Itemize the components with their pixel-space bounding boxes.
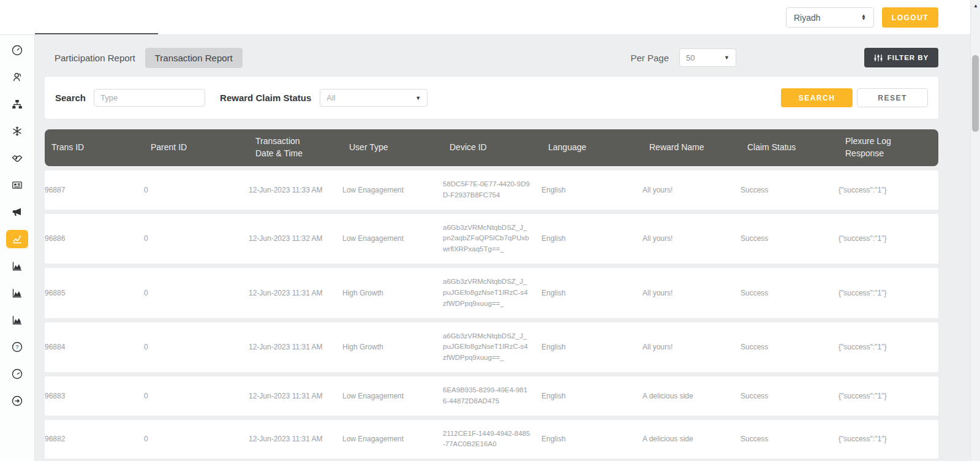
cell-datetime: 12-Jun-2023 11:31 AM: [249, 433, 342, 444]
chevron-down-icon: ▼: [724, 55, 729, 61]
sidebar-item-snowflake[interactable]: [6, 122, 28, 140]
search-input[interactable]: [94, 89, 205, 107]
cell-reward: A delicious side: [643, 433, 741, 444]
column-header: Language: [548, 142, 649, 154]
cell-device-id: a6Gb3zVRMcNtqbDSZ_J_puJGEfo8gzNseT1IRzC-…: [443, 331, 541, 364]
tab-transaction-report[interactable]: Transaction Report: [145, 48, 243, 68]
sidebar-item-help[interactable]: ?: [6, 338, 28, 356]
per-page-select[interactable]: 50 ▼: [679, 48, 736, 67]
sidebar-item-area-report-2[interactable]: [6, 284, 28, 302]
reward-claim-status-select[interactable]: All ▼: [320, 89, 428, 107]
scroll-up-arrow-icon[interactable]: ▲: [971, 3, 980, 9]
cell-device-id: a6Gb3zVRMcNtqbDSZ_J_puJGEfo8gzNseT1IRzC-…: [443, 276, 541, 309]
filter-by-label: FILTER BY: [888, 54, 929, 61]
area-chart-icon: [11, 287, 23, 299]
table-row[interactable]: 96885012-Jun-2023 11:31 AMHigh Growtha6G…: [45, 268, 938, 318]
filter-by-button[interactable]: FILTER BY: [864, 48, 938, 67]
cell-user-type: Low Enagagement: [342, 233, 443, 244]
search-label: Search: [55, 93, 86, 103]
news-icon: [11, 179, 23, 191]
handshake-icon: [11, 152, 23, 164]
cell-log: {"success":"1"}: [839, 391, 938, 402]
reward-claim-status-label: Reward Claim Status: [220, 93, 311, 103]
cell-datetime: 12-Jun-2023 11:31 AM: [249, 288, 342, 299]
area-chart-icon: [11, 260, 23, 272]
cell-parent-id: 0: [144, 341, 249, 352]
city-select[interactable]: Riyadh ▲▼: [786, 7, 874, 28]
vertical-scrollbar[interactable]: ▲: [970, 0, 980, 461]
sidebar-item-megaphone[interactable]: [6, 203, 28, 221]
per-page-value: 50: [686, 53, 695, 63]
cell-user-type: High Growth: [342, 288, 443, 299]
report-toolbar: Participation Report Transaction Report …: [45, 47, 938, 68]
cell-reward: All yours!: [643, 341, 741, 352]
cell-parent-id: 0: [144, 233, 249, 244]
chevron-down-icon: ▼: [415, 95, 421, 101]
table-body: 96887012-Jun-2023 11:33 AMLow Enagagemen…: [45, 170, 938, 461]
cell-language: English: [541, 433, 643, 444]
cell-parent-id: 0: [144, 433, 249, 444]
table-row[interactable]: 96883012-Jun-2023 11:31 AMLow Enagagemen…: [45, 376, 938, 416]
column-header: Device ID: [450, 142, 548, 154]
cell-user-type: Low Enagagement: [342, 433, 443, 444]
cell-device-id: 58DC5F7E-0E77-4420-9D9D-F2937B8FC754: [443, 179, 541, 201]
cell-status: Success: [741, 391, 839, 402]
city-select-value: Riyadh: [794, 13, 821, 23]
area-chart-icon: [11, 314, 23, 326]
sidebar-item-reports-active[interactable]: [6, 230, 28, 248]
reset-button[interactable]: RESET: [857, 88, 928, 107]
cell-trans-id: 96886: [45, 233, 144, 244]
main-content: Participation Report Transaction Report …: [45, 35, 938, 461]
cell-trans-id: 96882: [45, 433, 144, 444]
cell-device-id: 2112CE1F-1449-4942-8485-77AC0B2E16A0: [443, 429, 541, 451]
cell-status: Success: [741, 433, 839, 444]
reward-claim-status-value: All: [326, 93, 335, 102]
tab-participation-report[interactable]: Participation Report: [45, 48, 145, 68]
column-header: Parent ID: [151, 142, 255, 154]
cell-status: Success: [741, 185, 839, 196]
table-row[interactable]: 96884012-Jun-2023 11:31 AMHigh Growtha6G…: [45, 322, 938, 372]
sidebar-item-users[interactable]: [6, 68, 28, 86]
per-page-group: Per Page 50 ▼: [630, 48, 736, 67]
logout-button[interactable]: LOGOUT: [882, 7, 938, 28]
search-button[interactable]: SEARCH: [781, 88, 853, 107]
cell-status: Success: [741, 288, 839, 299]
sidebar-item-area-report-1[interactable]: [6, 257, 28, 275]
sidebar-item-exit[interactable]: [6, 392, 28, 410]
cell-reward: All yours!: [643, 233, 741, 244]
column-header: Claim Status: [747, 142, 845, 154]
svg-text:?: ?: [15, 343, 18, 350]
cell-reward: A delicious side: [643, 391, 741, 402]
cell-parent-id: 0: [144, 391, 249, 402]
cell-status: Success: [741, 341, 839, 352]
sidebar-item-area-report-3[interactable]: [6, 311, 28, 329]
table-header: Trans IDParent IDTransaction Date & Time…: [45, 129, 938, 166]
table-row[interactable]: 96886012-Jun-2023 11:32 AMLow Enagagemen…: [45, 214, 938, 264]
cell-log: {"success":"1"}: [839, 341, 938, 352]
sidebar-item-news[interactable]: [6, 176, 28, 194]
scrollbar-thumb[interactable]: [972, 55, 979, 132]
arrow-circle-icon: [11, 395, 23, 407]
table-row[interactable]: 96887012-Jun-2023 11:33 AMLow Enagagemen…: [45, 170, 938, 210]
snowflake-icon: [11, 125, 23, 137]
column-header: Reward Name: [649, 142, 747, 154]
cell-language: English: [541, 288, 643, 299]
cell-datetime: 12-Jun-2023 11:33 AM: [249, 185, 342, 196]
sidebar-item-dashboard[interactable]: [6, 41, 28, 59]
sidebar-item-hierarchy[interactable]: [6, 95, 28, 113]
table-row[interactable]: 96882012-Jun-2023 11:31 AMLow Enagagemen…: [45, 420, 938, 459]
column-header: Trans ID: [51, 142, 151, 154]
cell-datetime: 12-Jun-2023 11:32 AM: [249, 233, 342, 244]
cell-device-id: a6Gb3zVRMcNtqbDSZ_J_pn2aqbZFaQP5ICb7qPUx…: [443, 223, 541, 255]
speedometer-icon: [11, 368, 23, 380]
megaphone-icon: [11, 206, 23, 218]
per-page-label: Per Page: [630, 53, 669, 63]
cell-datetime: 12-Jun-2023 11:31 AM: [249, 341, 342, 352]
active-section-underline: [35, 33, 158, 34]
gauge-icon: [11, 44, 23, 56]
sidebar-item-handshake[interactable]: [6, 149, 28, 167]
cell-language: English: [541, 341, 643, 352]
column-header: Transaction Date & Time: [255, 135, 349, 159]
cell-user-type: High Growth: [342, 341, 443, 352]
sidebar-item-performance[interactable]: [6, 365, 28, 383]
